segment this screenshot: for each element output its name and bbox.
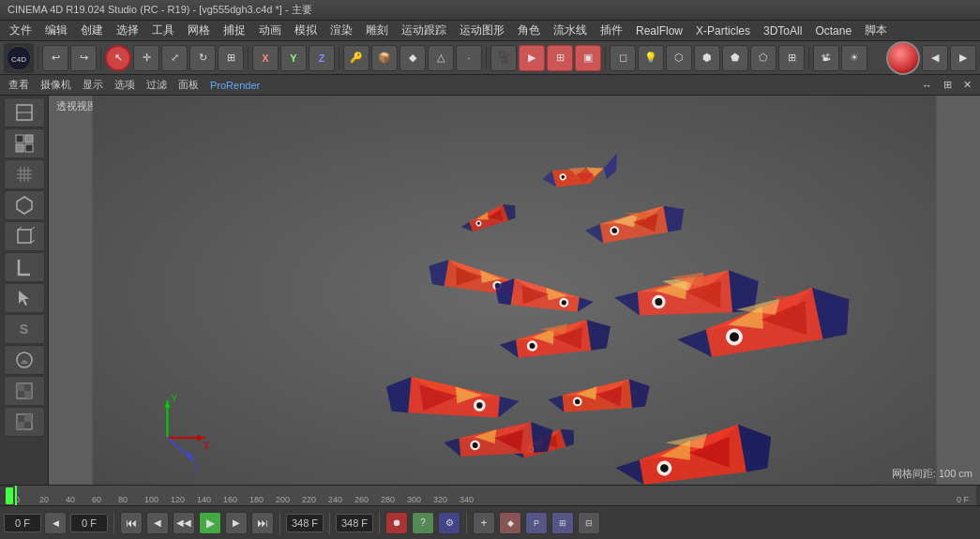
texture-btn[interactable]: ⬟ — [722, 45, 748, 71]
menu-tools[interactable]: 工具 — [146, 21, 180, 40]
sidebar-s-btn[interactable]: S — [4, 314, 45, 344]
sep7 — [808, 47, 809, 69]
axis-z-btn[interactable]: Z — [309, 45, 335, 71]
record-btn[interactable]: ⏺ — [385, 512, 408, 534]
move-btn[interactable]: ✛ — [133, 45, 159, 71]
total-frame-input[interactable] — [336, 514, 373, 532]
menu-realflow[interactable]: RealFlow — [630, 22, 688, 39]
right-arrow1-btn[interactable]: ◀ — [922, 45, 948, 71]
camera2-btn[interactable]: 📽 — [813, 45, 839, 71]
menu-animate[interactable]: 动画 — [253, 21, 287, 40]
sidebar-brush-btn[interactable] — [4, 345, 45, 375]
anim-btn1[interactable]: P — [525, 512, 548, 534]
menu-mograph[interactable]: 运动图形 — [454, 21, 510, 40]
menu-edit[interactable]: 编辑 — [39, 21, 73, 40]
rotate-btn[interactable]: ↻ — [189, 45, 216, 71]
step-fwd-btn[interactable]: ▶ — [225, 512, 248, 534]
help-btn[interactable]: ? — [412, 512, 434, 534]
play-btn[interactable]: ▶ — [199, 512, 221, 534]
key-type-btn[interactable]: ◆ — [499, 512, 521, 534]
c4d-logo-btn: C4D — [4, 43, 34, 73]
vp-corner-btn3[interactable]: ✕ — [958, 78, 976, 92]
menu-3dtoall[interactable]: 3DToAll — [758, 22, 807, 39]
menu-file[interactable]: 文件 — [4, 21, 38, 40]
key-btn[interactable]: 🔑 — [343, 45, 369, 71]
view-menu[interactable]: 查看 — [4, 77, 34, 93]
step-back-btn[interactable]: ◀ — [146, 512, 169, 534]
sidebar-cube-btn[interactable] — [4, 190, 45, 220]
ruler-mark-240: 240 — [328, 495, 342, 504]
render-active-btn[interactable]: ⊞ — [547, 45, 573, 71]
right-sphere-btn[interactable] — [886, 41, 920, 75]
viewport[interactable]: 透视视图 — [49, 96, 980, 485]
scale-btn[interactable]: ⤢ — [161, 45, 188, 71]
anim-btn3[interactable]: ⊟ — [578, 512, 600, 534]
axis-x-btn[interactable]: X — [252, 45, 279, 71]
undo-btn[interactable]: ↩ — [42, 45, 68, 71]
settings-btn[interactable]: ⚙ — [438, 512, 460, 534]
vp-corner-btn1[interactable]: ↔ — [917, 79, 937, 92]
cube-btn[interactable]: ◻ — [610, 45, 636, 71]
camera-menu[interactable]: 摄像机 — [36, 77, 76, 93]
sidebar-l-btn[interactable] — [4, 252, 45, 282]
tag-btn[interactable]: ⬢ — [694, 45, 720, 71]
light-btn[interactable]: 💡 — [638, 45, 664, 71]
options-menu[interactable]: 选项 — [110, 77, 140, 93]
menu-select[interactable]: 选择 — [111, 21, 144, 40]
menu-xparticles[interactable]: X-Particles — [690, 22, 756, 39]
sidebar-checker2-btn[interactable] — [4, 407, 45, 437]
ruler-mark-220: 220 — [302, 495, 316, 504]
menu-mesh[interactable]: 网格 — [182, 21, 216, 40]
redo-btn[interactable]: ↪ — [70, 45, 97, 71]
render-btn[interactable]: ▶ — [519, 45, 545, 71]
shader-btn[interactable]: ⬠ — [750, 45, 776, 71]
panel-menu[interactable]: 面板 — [173, 77, 204, 93]
menu-plugins[interactable]: 插件 — [595, 21, 628, 40]
menu-create[interactable]: 创建 — [75, 21, 109, 40]
menu-script[interactable]: 脚本 — [859, 21, 893, 40]
svg-text:C4D: C4D — [11, 55, 26, 64]
render-region-btn[interactable]: ▣ — [575, 45, 601, 71]
cam-btn[interactable]: 🎥 — [490, 45, 517, 71]
sidebar-box-btn[interactable] — [4, 221, 45, 251]
current-frame-input[interactable] — [4, 514, 41, 532]
menu-snap[interactable]: 捕捉 — [218, 21, 251, 40]
bottom-sep3 — [379, 512, 380, 534]
poly-btn[interactable]: ◆ — [400, 45, 426, 71]
prorender-menu[interactable]: ProRender — [205, 79, 264, 92]
edge-btn[interactable]: △ — [428, 45, 454, 71]
material-btn[interactable]: ⬡ — [666, 45, 692, 71]
obj-mode-btn[interactable]: 📦 — [371, 45, 398, 71]
sidebar-check-btn[interactable] — [4, 128, 45, 158]
go-start-btn[interactable]: ⏮ — [120, 512, 143, 534]
menu-character[interactable]: 角色 — [512, 21, 546, 40]
menu-sculpt[interactable]: 雕刻 — [360, 21, 394, 40]
display-menu[interactable]: 显示 — [78, 77, 108, 93]
go-end-btn[interactable]: ⏭ — [251, 512, 274, 534]
vp-corner-btn2[interactable]: ⊞ — [939, 78, 957, 92]
start-frame-input[interactable] — [70, 514, 108, 532]
lightbulb-btn[interactable]: ☀ — [841, 45, 867, 71]
end-frame-input[interactable] — [286, 514, 324, 532]
right-arrow2-btn[interactable]: ▶ — [950, 45, 976, 71]
sidebar-checker-btn[interactable] — [4, 376, 45, 406]
menu-simulate[interactable]: 模拟 — [289, 21, 323, 40]
anim-btn2[interactable]: ⊞ — [551, 512, 574, 534]
menu-octane[interactable]: Octane — [809, 22, 857, 39]
point-btn[interactable]: · — [456, 45, 482, 71]
sidebar-grid-btn[interactable] — [4, 159, 45, 189]
sidebar-obj-btn[interactable] — [4, 97, 45, 127]
add-key-btn[interactable]: + — [473, 512, 495, 534]
menu-render[interactable]: 渲染 — [324, 21, 358, 40]
select-btn[interactable]: ↖ — [105, 45, 131, 71]
axis-y-btn[interactable]: Y — [280, 45, 307, 71]
menu-pipeline[interactable]: 流水线 — [548, 21, 593, 40]
timeline-ruler[interactable]: 0 20 40 60 80 100 120 140 160 180 200 22… — [0, 485, 980, 505]
menu-motion-track[interactable]: 运动跟踪 — [396, 21, 452, 40]
filter-menu[interactable]: 过滤 — [142, 77, 172, 93]
transform-btn[interactable]: ⊞ — [218, 45, 244, 71]
sidebar-cursor-btn[interactable] — [4, 283, 45, 313]
play-reverse-btn[interactable]: ◀◀ — [173, 512, 195, 534]
grid-btn[interactable]: ⊞ — [778, 45, 805, 71]
prev-frame-btn[interactable]: ◀ — [44, 512, 67, 534]
